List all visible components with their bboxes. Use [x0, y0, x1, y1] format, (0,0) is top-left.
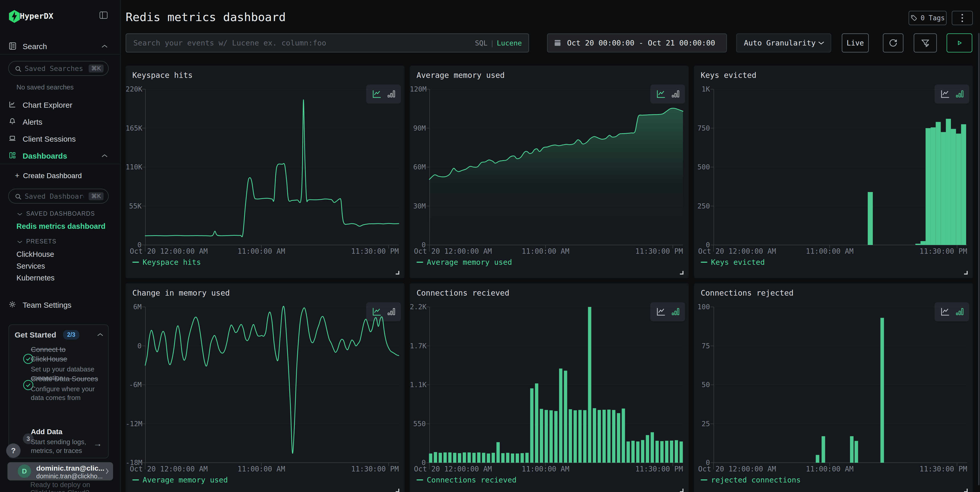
x-tick-label: 11:30:00 PM — [635, 465, 683, 473]
resize-handle-icon[interactable] — [964, 271, 968, 274]
calendar-icon — [554, 39, 562, 47]
y-tick-label: 55K — [126, 202, 142, 210]
legend-label: Keyspace hits — [143, 258, 201, 267]
sql-toggle[interactable]: SQL — [475, 39, 487, 47]
deploy-prompt-line1: Ready to deploy on — [30, 481, 90, 489]
chart-legend: rejected connections — [701, 476, 801, 484]
sidebar-item-label: Team Settings — [22, 301, 72, 309]
chart-card-change-memory-used: Change in memory used Average memory use… — [126, 283, 404, 492]
x-tick-label: Oct 20 12:00:00 AM — [698, 247, 776, 255]
user-menu[interactable]: D dominic.tran@clic... dominic.tran@clic… — [8, 462, 113, 481]
chart-title: Keys evicted — [701, 71, 756, 80]
run-query-button[interactable] — [947, 33, 972, 53]
chevron-down-icon — [818, 41, 824, 45]
chart-plot — [430, 307, 683, 463]
chart-title: Connections rejected — [701, 288, 794, 298]
journal-icon — [8, 42, 17, 50]
resize-handle-icon[interactable] — [680, 271, 684, 274]
chart-title: Keyspace hits — [132, 71, 193, 80]
live-button[interactable]: Live — [842, 33, 869, 53]
help-button[interactable]: ? — [6, 443, 21, 458]
sidebar-dashboard-redis-metrics[interactable]: Redis metrics dashboard — [16, 222, 106, 231]
sidebar-item-label: Client Sessions — [22, 135, 76, 143]
presets-section[interactable]: PRESETS — [17, 238, 57, 245]
main-content: Redis metrics dashboard 0 Tags SQL|Lucen… — [121, 0, 980, 492]
x-tick-label: Oct 20 12:00:00 AM — [130, 247, 208, 255]
legend-label: Keys evicted — [711, 258, 765, 267]
y-tick-label: 75 — [694, 342, 710, 350]
sidebar-item-dashboards[interactable]: Dashboards — [0, 148, 121, 163]
resize-handle-icon[interactable] — [396, 489, 399, 492]
page-title: Redis metrics dashboard — [126, 10, 286, 24]
create-dashboard-button[interactable]: +Create Dashboard — [15, 171, 82, 180]
sidebar-item-client-sessions[interactable]: Client Sessions — [0, 131, 121, 146]
avatar: D — [18, 465, 31, 478]
sidebar-item-label: Alerts — [22, 118, 42, 126]
resize-handle-icon[interactable] — [964, 489, 968, 492]
filters-button[interactable] — [914, 33, 937, 53]
toggle-separator: | — [490, 39, 494, 47]
chart-card-connections-rejected: Connections rejected rejected connection… — [694, 283, 973, 492]
preset-services[interactable]: Services — [16, 262, 45, 271]
bell-icon — [8, 118, 16, 125]
tags-button[interactable]: 0 Tags — [908, 11, 947, 25]
legend-dash — [132, 479, 139, 481]
y-tick-label: -6M — [126, 381, 142, 389]
event-search-input[interactable] — [126, 38, 475, 47]
sidebar-item-team-settings[interactable]: Team Settings — [0, 297, 121, 312]
get-started-header[interactable]: Get Started 2/3 — [14, 331, 103, 340]
x-tick-label: 11:00:00 AM — [237, 465, 285, 473]
saved-dashboards-section[interactable]: SAVED DASHBOARDS — [17, 210, 95, 217]
y-tick-label: 25 — [694, 420, 710, 428]
shortcut-badge: ⌘K — [89, 192, 103, 200]
scrollbar[interactable] — [978, 33, 980, 485]
y-tick-label: 30M — [410, 202, 426, 210]
more-options-button[interactable] — [952, 11, 973, 25]
legend-label: rejected connections — [711, 476, 801, 484]
x-tick-label: 11:00:00 AM — [522, 247, 569, 255]
saved-searches-search[interactable]: ⌘K — [8, 61, 109, 76]
collapse-sidebar-icon[interactable] — [99, 11, 108, 19]
task-description: Start sending logs,metrics, or traces — [31, 438, 103, 455]
resize-handle-icon[interactable] — [680, 489, 684, 492]
gear-icon — [8, 301, 16, 308]
progress-badge: 2/3 — [63, 330, 80, 339]
logo-row[interactable]: HyperDX — [0, 9, 121, 25]
legend-dash — [701, 262, 707, 263]
kebab-menu-icon — [961, 14, 964, 22]
chart-title: Average memory used — [417, 71, 504, 80]
preset-kubernetes[interactable]: Kubernetes — [16, 274, 54, 282]
lucene-toggle[interactable]: Lucene — [497, 39, 522, 47]
chart-canvas — [145, 307, 399, 463]
granularity-select[interactable]: Auto Granularity — [736, 33, 831, 53]
sidebar-item-search[interactable]: Search — [0, 38, 121, 54]
y-tick-label: 1.1K — [410, 381, 426, 389]
x-tick-label: 11:00:00 AM — [806, 465, 853, 473]
sidebar-item-label: Search — [22, 42, 47, 51]
chart-legend: Keyspace hits — [132, 258, 201, 267]
preset-clickhouse[interactable]: ClickHouse — [16, 250, 54, 259]
chart-card-avg-memory-used: Average memory used Average memory used … — [410, 65, 689, 278]
x-tick-label: Oct 20 12:00:00 AM — [414, 247, 492, 255]
resize-handle-icon[interactable] — [396, 271, 399, 274]
sidebar-item-label: Chart Explorer — [22, 101, 72, 110]
y-tick-label: 250 — [694, 202, 710, 210]
saved-dashboards-search[interactable]: ⌘K — [8, 189, 109, 204]
sidebar-item-label: Dashboards — [22, 152, 67, 161]
refresh-button[interactable] — [883, 33, 904, 53]
legend-label: Average memory used — [427, 258, 512, 267]
saved-dashboards-input[interactable] — [25, 190, 84, 202]
saved-searches-input[interactable] — [25, 62, 84, 74]
x-tick-label: 11:30:00 PM — [920, 465, 967, 473]
sidebar-item-chart-explorer[interactable]: Chart Explorer — [0, 97, 121, 112]
task-title: Add Data — [31, 427, 103, 437]
y-tick-label: 0 — [126, 342, 142, 350]
x-tick-label: 11:30:00 PM — [635, 247, 683, 255]
sidebar-item-alerts[interactable]: Alerts — [0, 114, 121, 129]
legend-dash — [417, 479, 423, 481]
tags-label: 0 Tags — [921, 14, 945, 22]
x-tick-label: 11:30:00 PM — [920, 247, 967, 255]
legend-label: Connections recieved — [427, 476, 517, 484]
chevron-up-icon[interactable] — [97, 333, 103, 337]
date-range-picker[interactable]: Oct 20 00:00:00 - Oct 21 00:00:00 — [547, 33, 727, 53]
